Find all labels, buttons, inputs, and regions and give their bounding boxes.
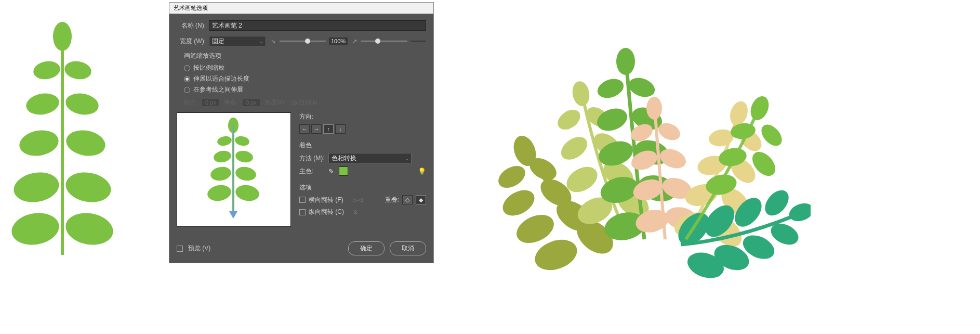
radio-icon <box>184 76 190 82</box>
overlap-label: 重叠: <box>385 196 399 204</box>
arrow-out-right-icon: ↗ <box>351 37 358 45</box>
guides-disabled-row: 起点: 0 px 终点: 0 px 长度(X): 16.0159 in <box>184 98 426 106</box>
svg-point-10 <box>10 209 62 248</box>
key-color-swatch[interactable] <box>339 166 348 176</box>
width-percent: 100% <box>329 37 348 45</box>
direction-left-button[interactable]: ← <box>299 124 310 134</box>
arrow-in-left-icon: ↘ <box>269 37 276 45</box>
svg-point-24 <box>495 161 529 192</box>
svg-point-9 <box>63 169 113 205</box>
direction-down-button[interactable]: ↓ <box>335 124 346 134</box>
width-mode-value: 固定 <box>212 37 224 46</box>
width-slider-1[interactable] <box>280 41 326 42</box>
svg-point-61 <box>708 127 735 148</box>
svg-point-8 <box>11 169 61 205</box>
flip-v-checkbox[interactable] <box>299 209 306 215</box>
svg-point-18 <box>209 165 232 183</box>
svg-point-1 <box>53 22 72 51</box>
svg-point-17 <box>234 149 254 164</box>
tips-icon[interactable]: 💡 <box>418 168 426 175</box>
svg-point-11 <box>63 209 114 248</box>
left-plant-illustration <box>10 21 114 255</box>
svg-point-80 <box>758 121 786 150</box>
name-label: 名称 (N): <box>177 21 206 30</box>
name-input[interactable] <box>209 20 426 31</box>
flip-h-label: 横向翻转 (F) <box>309 196 343 204</box>
flip-v-label: 纵向翻转 (C) <box>309 208 344 216</box>
flip-h-checkbox[interactable] <box>299 197 306 203</box>
width-slider-2[interactable] <box>361 41 407 42</box>
radio-stretch[interactable]: 伸展以适合描边长度 <box>184 74 426 83</box>
radio-icon <box>184 87 190 93</box>
svg-point-41 <box>616 48 635 75</box>
svg-point-4 <box>24 91 61 118</box>
svg-point-20 <box>206 183 233 203</box>
svg-point-7 <box>64 127 107 159</box>
method-dropdown[interactable]: 色相转换 ⌵ <box>328 153 412 163</box>
svg-point-78 <box>747 94 772 123</box>
chevron-down-icon: ⌵ <box>260 38 263 44</box>
svg-point-69 <box>787 200 811 224</box>
ok-button[interactable]: 确定 <box>348 241 385 255</box>
dialog-title: 艺术画笔选项 <box>169 3 433 14</box>
overlap-option-b-button[interactable]: ◆ <box>416 195 426 204</box>
svg-point-35 <box>557 132 592 164</box>
art-brush-options-dialog: 艺术画笔选项 名称 (N): 宽度 (W): 固定 ⌵ ↘ 100% ↗ 画笔缩… <box>169 2 434 263</box>
svg-point-19 <box>234 165 257 183</box>
svg-point-14 <box>217 135 233 147</box>
svg-point-3 <box>63 59 92 82</box>
svg-point-51 <box>646 97 662 120</box>
cancel-button[interactable]: 取消 <box>390 241 426 255</box>
brush-preview <box>177 112 291 227</box>
preview-checkbox[interactable] <box>177 246 183 252</box>
svg-point-21 <box>234 183 261 203</box>
direction-right-button[interactable]: → <box>311 124 322 134</box>
chevron-down-icon: ⌵ <box>405 156 408 161</box>
preview-label: 预览 (V) <box>188 244 210 253</box>
scale-section-title: 画笔缩放选项 <box>184 52 426 60</box>
radio-proportional[interactable]: 按比例缩放 <box>184 63 426 72</box>
svg-point-16 <box>213 149 232 164</box>
options-label: 选项 <box>299 183 426 192</box>
svg-point-33 <box>554 106 584 134</box>
svg-point-70 <box>760 186 793 220</box>
svg-point-5 <box>64 91 100 118</box>
coloring-label: 着色 <box>299 141 426 150</box>
width-mode-dropdown[interactable]: 固定 ⌵ <box>209 36 266 46</box>
svg-point-26 <box>498 185 539 221</box>
eyedropper-icon[interactable]: ✎ <box>328 168 336 175</box>
radio-between-guides[interactable]: 在参考线之间伸展 <box>184 85 426 94</box>
flip-h-icon: ▷◁ <box>353 197 363 203</box>
right-artwork-illustration <box>478 21 811 291</box>
svg-point-32 <box>571 80 591 108</box>
key-color-label: 主色: <box>299 167 325 176</box>
svg-point-15 <box>234 135 250 147</box>
direction-up-button[interactable]: ↑ <box>323 124 334 134</box>
svg-point-6 <box>17 127 60 159</box>
svg-point-42 <box>595 75 626 101</box>
width-label: 宽度 (W): <box>177 37 206 46</box>
width-percent-2 <box>410 41 426 42</box>
method-label: 方法 (M): <box>299 154 325 163</box>
radio-icon <box>184 65 190 71</box>
overlap-option-a-button[interactable]: ◇ <box>402 195 413 204</box>
svg-point-2 <box>32 59 61 82</box>
flip-v-icon: ⧖ <box>353 209 359 215</box>
direction-label: 方向: <box>299 112 426 121</box>
svg-rect-0 <box>61 31 64 255</box>
